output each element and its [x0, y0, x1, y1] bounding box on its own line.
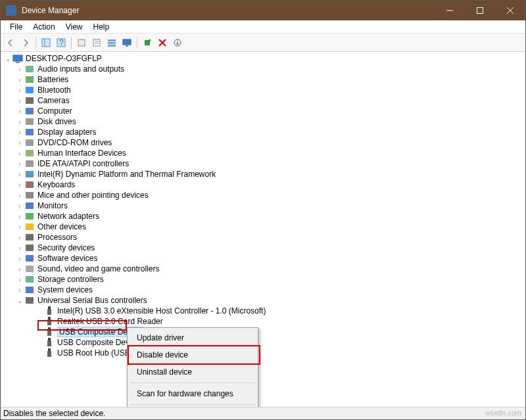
list-icon: [107, 38, 116, 47]
category-node[interactable]: ›Cameras: [3, 95, 525, 106]
ctx-scan-hardware[interactable]: Scan for hardware changes: [129, 385, 256, 402]
expand-arrow-icon[interactable]: ›: [15, 160, 24, 168]
ctx-uninstall-device[interactable]: Uninstall device: [129, 363, 256, 381]
expand-arrow-icon[interactable]: ⌄: [15, 297, 24, 304]
device-node[interactable]: USB Root Hub (USB 3.0: [3, 348, 525, 358]
expand-arrow-icon[interactable]: ›: [15, 255, 24, 262]
svg-rect-9: [93, 39, 100, 46]
menu-action[interactable]: Action: [28, 21, 60, 33]
device-category-icon: [24, 253, 35, 264]
category-node[interactable]: ›Human Interface Devices: [3, 148, 525, 158]
category-node[interactable]: ›Intel(R) Dynamic Platform and Thermal F…: [3, 169, 525, 179]
svg-text:?: ?: [59, 38, 64, 47]
close-button[interactable]: [495, 1, 525, 20]
expand-arrow-icon[interactable]: ›: [15, 129, 24, 136]
monitor-icon: [122, 38, 132, 47]
category-label: Disk drives: [37, 117, 76, 126]
maximize-button[interactable]: [465, 1, 495, 20]
enable-button[interactable]: [140, 35, 155, 50]
svg-rect-53: [47, 340, 51, 346]
svg-rect-4: [42, 39, 50, 47]
expand-arrow-icon[interactable]: ›: [15, 192, 24, 199]
expand-arrow-icon[interactable]: ›: [15, 276, 24, 283]
menu-view[interactable]: View: [60, 21, 88, 33]
category-node[interactable]: ›Computer: [3, 106, 525, 116]
expand-arrow-icon[interactable]: ›: [15, 118, 24, 126]
monitor-button[interactable]: [120, 35, 134, 50]
device-category-icon: [24, 211, 35, 222]
category-label: IDE ATA/ATAPI controllers: [37, 159, 129, 168]
expand-arrow-icon[interactable]: ›: [15, 76, 24, 83]
menu-file[interactable]: File: [5, 21, 28, 33]
svg-rect-21: [13, 55, 22, 61]
show-hide-console-button[interactable]: [39, 35, 53, 50]
back-button[interactable]: [3, 35, 18, 50]
expand-arrow-icon[interactable]: ›: [15, 266, 24, 273]
ctx-update-driver[interactable]: Update driver: [129, 329, 256, 346]
svg-rect-35: [26, 192, 34, 198]
category-node[interactable]: ›Other devices: [3, 222, 525, 232]
expand-arrow-icon[interactable]: ›: [15, 181, 24, 189]
category-node[interactable]: ›Disk drives: [3, 116, 525, 127]
category-node[interactable]: ›Audio inputs and outputs: [3, 64, 525, 74]
expand-arrow-icon[interactable]: ›: [15, 139, 24, 147]
expand-arrow-icon[interactable]: ›: [15, 150, 24, 157]
category-label: Cameras: [37, 96, 70, 105]
root-label: DESKTOP-O3FGFLP: [26, 54, 102, 63]
category-node[interactable]: ›Processors: [3, 232, 525, 243]
console-tree-icon: [41, 38, 51, 47]
show-hidden-button[interactable]: [105, 35, 119, 50]
expand-arrow-icon[interactable]: ⌄: [3, 55, 12, 62]
uninstall-button[interactable]: [170, 35, 185, 50]
category-node[interactable]: ›IDE ATA/ATAPI controllers: [3, 158, 525, 169]
expand-arrow-icon[interactable]: ›: [15, 202, 24, 210]
toolbar: ?: [1, 34, 525, 52]
category-node[interactable]: ›Bluetooth: [3, 85, 525, 95]
help-button[interactable]: ?: [54, 35, 68, 50]
svg-rect-25: [26, 87, 34, 93]
category-node[interactable]: ›System devices: [3, 285, 525, 295]
device-category-icon: [24, 264, 35, 274]
expand-arrow-icon[interactable]: ›: [15, 171, 24, 178]
category-node[interactable]: ⌄Universal Serial Bus controllers: [3, 295, 525, 306]
disable-button[interactable]: [155, 35, 170, 50]
maximize-icon: [477, 7, 483, 14]
svg-rect-39: [26, 234, 34, 241]
category-node[interactable]: ›Sound, video and game controllers: [3, 264, 525, 274]
category-node[interactable]: ›Storage controllers: [3, 274, 525, 285]
category-node[interactable]: ›Software devices: [3, 253, 525, 264]
expand-arrow-icon[interactable]: ›: [15, 87, 24, 94]
device-tree[interactable]: ⌄ DESKTOP-O3FGFLP ›Audio inputs and outp…: [1, 52, 525, 408]
properties-button[interactable]: [89, 35, 104, 50]
minimize-button[interactable]: [435, 1, 465, 20]
svg-rect-33: [26, 171, 34, 177]
expand-arrow-icon[interactable]: ›: [15, 234, 24, 241]
expand-arrow-icon[interactable]: ›: [15, 223, 24, 231]
expand-arrow-icon[interactable]: ›: [15, 245, 24, 252]
category-node[interactable]: ›Batteries: [3, 74, 525, 85]
expand-arrow-icon[interactable]: ›: [15, 66, 24, 73]
menu-help[interactable]: Help: [88, 21, 115, 33]
root-node[interactable]: ⌄ DESKTOP-O3FGFLP: [3, 53, 525, 64]
svg-rect-28: [26, 118, 34, 125]
category-node[interactable]: ›Monitors: [3, 200, 525, 211]
category-node[interactable]: ›DVD/CD-ROM drives: [3, 137, 525, 148]
close-icon: [507, 7, 514, 14]
device-category-icon: [24, 169, 35, 179]
category-label: Security devices: [37, 243, 95, 252]
expand-arrow-icon[interactable]: ›: [15, 287, 24, 294]
svg-rect-17: [145, 40, 150, 45]
category-node[interactable]: ›Security devices: [3, 243, 525, 253]
category-node[interactable]: ›Display adapters: [3, 127, 525, 137]
category-node[interactable]: ›Mice and other pointing devices: [3, 190, 525, 200]
expand-arrow-icon[interactable]: ›: [15, 97, 24, 105]
expand-arrow-icon[interactable]: ›: [15, 108, 24, 115]
expand-arrow-icon[interactable]: ›: [15, 213, 24, 220]
device-node[interactable]: USB Composite Device: [3, 337, 525, 348]
category-node[interactable]: ›Keyboards: [3, 179, 525, 190]
device-node[interactable]: Intel(R) USB 3.0 eXtensible Host Control…: [3, 306, 525, 316]
svg-rect-55: [47, 351, 51, 357]
category-node[interactable]: ›Network adapters: [3, 211, 525, 222]
forward-button[interactable]: [18, 35, 33, 50]
update-driver-button[interactable]: [74, 35, 89, 50]
